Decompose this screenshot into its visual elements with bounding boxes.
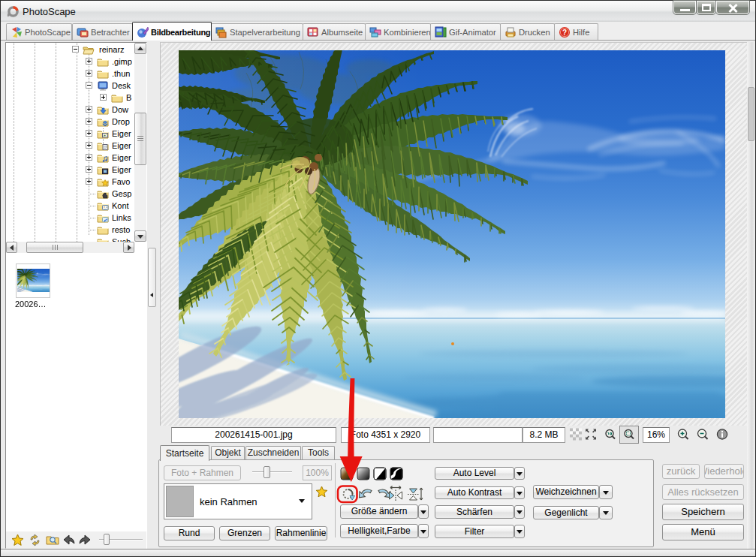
svg-text:?: ? <box>562 29 567 37</box>
